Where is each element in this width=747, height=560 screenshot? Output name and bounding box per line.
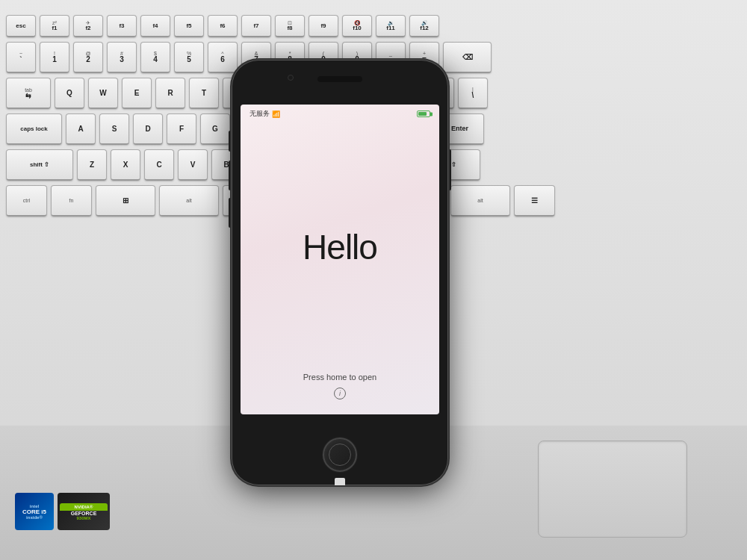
- info-icon[interactable]: i: [334, 388, 346, 399]
- key-menu[interactable]: ☰: [514, 185, 555, 217]
- phone-front-camera: [288, 75, 294, 81]
- key-v[interactable]: V: [178, 149, 208, 181]
- phone-screen: 无服务 📶 Hello Press home to open i: [241, 105, 439, 414]
- key-f10[interactable]: 🔇f10: [342, 15, 372, 37]
- key-g[interactable]: G: [200, 113, 230, 145]
- key-d[interactable]: D: [133, 113, 163, 145]
- key-f8[interactable]: ⊡f8: [275, 15, 305, 37]
- battery-icon: [417, 111, 430, 117]
- key-f9[interactable]: f9: [309, 15, 338, 37]
- key-caps-lock[interactable]: caps lock: [6, 113, 62, 145]
- key-windows[interactable]: ⊞: [96, 185, 155, 217]
- key-f[interactable]: F: [167, 113, 196, 145]
- key-2[interactable]: @2: [73, 42, 103, 73]
- key-a[interactable]: A: [66, 113, 96, 145]
- status-right: [417, 111, 430, 117]
- key-w[interactable]: W: [88, 78, 118, 109]
- key-c[interactable]: C: [144, 149, 174, 181]
- usb-cable: [335, 478, 345, 485]
- phone-power-button[interactable]: [448, 149, 451, 190]
- status-bar: 无服务 📶: [241, 105, 439, 122]
- key-x[interactable]: X: [111, 149, 140, 181]
- key-4[interactable]: $4: [140, 42, 170, 73]
- key-f12[interactable]: 🔊f12: [409, 15, 439, 37]
- press-home-label: Press home to open: [303, 373, 376, 382]
- key-fn[interactable]: fn: [51, 185, 92, 217]
- battery-fill: [418, 112, 427, 116]
- key-1[interactable]: !1: [40, 42, 69, 73]
- phone-earpiece: [317, 76, 362, 82]
- key-f1[interactable]: z²f1: [40, 15, 69, 37]
- key-s[interactable]: S: [99, 113, 129, 145]
- key-f11[interactable]: 🔉f11: [376, 15, 406, 37]
- sticker-intel: intel CORE i5 inside®: [15, 493, 54, 530]
- key-tilde[interactable]: ~`: [6, 42, 36, 73]
- key-r[interactable]: R: [155, 78, 185, 109]
- carrier-label: 无服务: [249, 109, 270, 119]
- key-backspace[interactable]: ⌫: [443, 42, 492, 73]
- fn-key-row: esc z²f1 ✈f2 f3 f4 f5 f6 f7 ⊡f8 f9 🔇f10 …: [6, 15, 741, 37]
- key-q[interactable]: Q: [55, 78, 84, 109]
- phone: 无服务 📶 Hello Press home to open i: [232, 60, 448, 485]
- screen-bottom: Press home to open i: [241, 373, 439, 414]
- key-esc[interactable]: esc: [6, 15, 36, 37]
- key-f5[interactable]: f5: [174, 15, 204, 37]
- phone-body: 无服务 📶 Hello Press home to open i: [232, 60, 448, 485]
- key-e[interactable]: E: [122, 78, 152, 109]
- key-f4[interactable]: f4: [140, 15, 170, 37]
- key-z[interactable]: Z: [77, 149, 107, 181]
- key-tab[interactable]: tab⇆: [6, 78, 51, 109]
- touchpad[interactable]: [538, 441, 687, 538]
- key-backslash[interactable]: |\: [458, 78, 488, 109]
- key-5[interactable]: %5: [174, 42, 204, 73]
- key-f7[interactable]: f7: [241, 15, 271, 37]
- phone-home-button-ring: [329, 444, 351, 466]
- key-f6[interactable]: f6: [208, 15, 238, 37]
- stickers-area: intel CORE i5 inside® NVIDIA® GEFORCE 93…: [15, 493, 110, 530]
- key-ctrl[interactable]: ctrl: [6, 185, 47, 217]
- hello-text: Hello: [303, 122, 377, 373]
- phone-home-button[interactable]: [323, 438, 357, 472]
- key-t[interactable]: T: [189, 78, 219, 109]
- key-f2[interactable]: ✈f2: [73, 15, 103, 37]
- wifi-icon: 📶: [272, 111, 280, 118]
- key-alt-left[interactable]: alt: [159, 185, 219, 217]
- key-3[interactable]: #3: [107, 42, 137, 73]
- key-f3[interactable]: f3: [107, 15, 137, 37]
- sticker-nvidia: NVIDIA® GEFORCE 930MX: [58, 493, 110, 530]
- status-left: 无服务 📶: [249, 109, 280, 119]
- key-shift-left[interactable]: shift ⇧: [6, 149, 73, 181]
- key-alt-right[interactable]: alt: [450, 185, 510, 217]
